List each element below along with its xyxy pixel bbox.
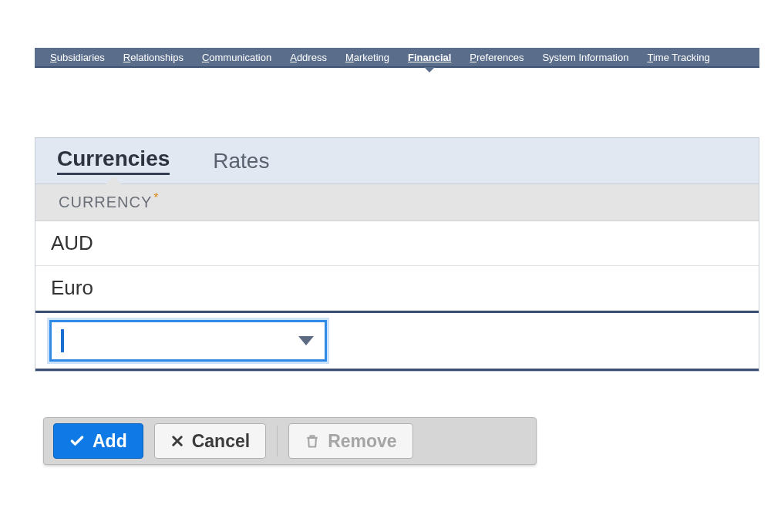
- table-row[interactable]: Euro: [35, 266, 759, 311]
- tab-communication[interactable]: Communication: [193, 48, 281, 66]
- tab-relationships[interactable]: Relationships: [114, 48, 193, 66]
- tab-address[interactable]: Address: [281, 48, 336, 66]
- table-row[interactable]: AUD: [35, 221, 759, 266]
- table-edit-row: [35, 311, 759, 371]
- subtab-bar: Currencies Rates: [35, 138, 759, 184]
- cancel-button[interactable]: Cancel: [154, 423, 266, 459]
- close-icon: [170, 434, 184, 448]
- remove-button[interactable]: Remove: [288, 423, 412, 459]
- currencies-panel: Currencies Rates CURRENCY* AUD Euro Add …: [35, 137, 759, 372]
- tab-system-information[interactable]: System Information: [533, 48, 638, 66]
- trash-icon: [305, 433, 320, 450]
- tab-subsidiaries[interactable]: Subsidiaries: [41, 48, 114, 66]
- column-header-currency: CURRENCY*: [35, 184, 759, 221]
- separator: [277, 426, 278, 456]
- add-button[interactable]: Add: [53, 423, 143, 459]
- tab-financial[interactable]: Financial: [399, 48, 460, 66]
- row-action-bar: Add Cancel Remove: [43, 417, 537, 465]
- required-indicator: *: [153, 191, 159, 205]
- text-cursor: [61, 329, 64, 352]
- tab-time-tracking[interactable]: Time Tracking: [638, 48, 719, 66]
- check-icon: [69, 433, 85, 449]
- subtab-rates[interactable]: Rates: [191, 138, 291, 184]
- top-tab-bar: Subsidiaries Relationships Communication…: [35, 48, 759, 68]
- chevron-down-icon[interactable]: [298, 336, 314, 345]
- tab-marketing[interactable]: Marketing: [336, 48, 399, 66]
- subtab-currencies[interactable]: Currencies: [35, 138, 191, 184]
- currency-combobox[interactable]: [49, 320, 327, 362]
- tab-preferences[interactable]: Preferences: [460, 48, 533, 66]
